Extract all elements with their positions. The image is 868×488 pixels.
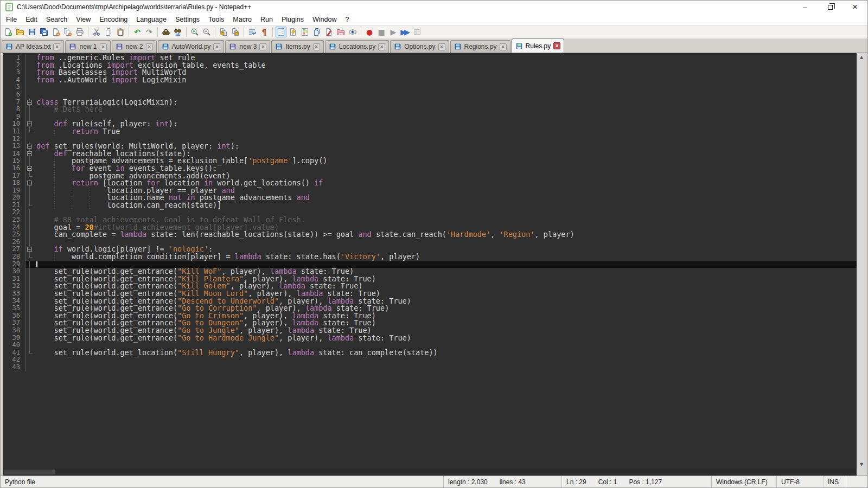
code-line-5[interactable]: 5 <box>3 84 857 91</box>
scroll-up-arrow-icon[interactable]: ▲ <box>860 53 863 61</box>
tab-ap-ideas-txt[interactable]: AP Ideas.txt× <box>2 40 64 53</box>
tab-close-icon[interactable]: × <box>378 43 385 50</box>
menu-settings[interactable]: Settings <box>171 15 204 24</box>
code-line-21[interactable]: 21 location.can_reach(state)] <box>3 202 857 209</box>
tab-regions-py[interactable]: Regions.py× <box>450 40 510 53</box>
macro-save-icon[interactable] <box>412 27 423 37</box>
tab-close-icon[interactable]: × <box>553 42 560 49</box>
tab-rules-py[interactable]: Rules.py× <box>512 38 565 53</box>
find-icon[interactable] <box>161 27 171 37</box>
close-button[interactable]: × <box>843 1 867 14</box>
cut-icon[interactable] <box>91 27 102 37</box>
tab-new-3[interactable]: new 3× <box>225 40 270 53</box>
macro-record-icon[interactable]: ● <box>364 27 375 37</box>
macro-play-icon[interactable]: ▶ <box>388 27 399 37</box>
code-line-42[interactable]: 42 <box>3 356 857 364</box>
print-icon[interactable] <box>74 27 85 37</box>
code-line-10[interactable]: 10 def rule(self, player: int): <box>3 120 857 128</box>
status-eol-format[interactable]: Windows (CR LF) <box>711 476 776 487</box>
replace-icon[interactable]: ab <box>173 27 183 37</box>
function-list-icon[interactable] <box>288 27 298 37</box>
menu-file[interactable]: File <box>2 15 21 24</box>
fold-box-marker[interactable] <box>25 99 35 106</box>
close-icon[interactable] <box>50 27 61 37</box>
line-number: 27 <box>3 246 25 253</box>
show-all-chars-icon[interactable]: ¶ <box>259 27 270 37</box>
sync-scroll-h-icon[interactable] <box>230 27 241 37</box>
code-line-4[interactable]: 4from ..AutoWorld import LogicMixin <box>3 76 857 84</box>
menu-help[interactable]: ? <box>341 15 353 24</box>
menu-tools[interactable]: Tools <box>204 15 228 24</box>
scroll-down-arrow-icon[interactable]: ▼ <box>860 460 863 468</box>
restore-button[interactable] <box>818 1 843 14</box>
macro-stop-icon[interactable]: ■ <box>376 27 387 37</box>
save-icon[interactable] <box>27 27 37 37</box>
save-all-icon[interactable] <box>39 27 49 37</box>
fold-box-marker[interactable] <box>25 165 35 172</box>
document-map-icon[interactable] <box>299 27 310 37</box>
code-line-43[interactable]: 43 <box>3 364 857 371</box>
menu-plugins[interactable]: Plugins <box>277 15 308 24</box>
redo-icon[interactable]: ↷ <box>144 27 155 37</box>
modified-doc-icon[interactable] <box>323 27 334 37</box>
file-monitor-icon[interactable] <box>347 27 358 37</box>
tab-close-icon[interactable]: × <box>438 43 445 50</box>
project-panel-icon[interactable] <box>335 27 346 37</box>
status-encoding[interactable]: UTF-8 <box>776 476 823 487</box>
indent-guide-icon[interactable] <box>276 27 286 37</box>
fold-box-marker[interactable] <box>25 150 35 158</box>
close-all-icon[interactable] <box>62 27 73 37</box>
tab-options-py[interactable]: Options.py× <box>390 40 449 53</box>
zoom-in-icon[interactable] <box>189 27 200 37</box>
fold-box-marker[interactable] <box>25 179 35 187</box>
menu-view[interactable]: View <box>72 15 95 24</box>
sync-scroll-v-icon[interactable] <box>218 27 229 37</box>
tab-new-1[interactable]: new 1× <box>65 40 110 53</box>
code-line-25[interactable]: 25 can_complete = lambda state: len(reac… <box>3 231 857 239</box>
tab-items-py[interactable]: Items.py× <box>271 40 323 53</box>
menu-encoding[interactable]: Encoding <box>95 15 132 24</box>
menu-search[interactable]: Search <box>42 15 72 24</box>
tab-new-2[interactable]: new 2× <box>112 40 157 53</box>
tab-close-icon[interactable]: × <box>213 43 220 50</box>
tab-close-icon[interactable]: × <box>313 43 320 50</box>
menu-edit[interactable]: Edit <box>21 15 42 24</box>
minimize-button[interactable]: – <box>793 1 818 14</box>
notepadpp-app-icon <box>5 3 14 11</box>
tab-close-icon[interactable]: × <box>53 43 60 50</box>
status-typing-mode[interactable]: INS <box>823 476 846 487</box>
menu-macro[interactable]: Macro <box>228 15 256 24</box>
code-line-39[interactable]: 39 set_rule(world.get_entrance("Go to Ha… <box>3 335 857 342</box>
undo-icon[interactable]: ↶ <box>132 27 143 37</box>
document-list-icon[interactable] <box>311 27 322 37</box>
tab-close-icon[interactable]: × <box>146 43 153 50</box>
copy-icon[interactable] <box>103 27 114 37</box>
horizontal-scrollbar[interactable] <box>3 468 857 476</box>
code-line-8[interactable]: 8 # Defs here <box>3 106 857 113</box>
fold-box-marker[interactable] <box>25 246 35 253</box>
code-editor[interactable]: 1from ..generic.Rules import set_rule2fr… <box>3 53 857 468</box>
menu-window[interactable]: Window <box>308 15 341 24</box>
code-line-41[interactable]: 41 set_rule(world.get_location("Still Hu… <box>3 349 857 357</box>
vertical-scrollbar[interactable]: ▲ ▼ <box>857 53 866 468</box>
word-wrap-icon[interactable] <box>247 27 258 37</box>
fold-box-marker[interactable] <box>25 120 35 128</box>
menu-run[interactable]: Run <box>256 15 277 24</box>
zoom-out-icon[interactable] <box>201 27 212 37</box>
tab-locations-py[interactable]: Locations.py× <box>325 40 389 53</box>
new-file-icon[interactable] <box>3 27 14 37</box>
tab-close-icon[interactable]: × <box>259 43 266 50</box>
line-number: 19 <box>3 187 25 195</box>
tab-close-icon[interactable]: × <box>500 43 507 50</box>
fold-box-marker[interactable] <box>25 143 35 150</box>
paste-icon[interactable] <box>115 27 126 37</box>
menu-language[interactable]: Language <box>132 15 171 24</box>
tab-autoworld-py[interactable]: AutoWorld.py× <box>158 40 225 53</box>
macro-run-multiple-icon[interactable]: ▶▶ <box>400 27 411 37</box>
horizontal-scroll-thumb[interactable] <box>4 470 55 474</box>
open-file-icon[interactable] <box>15 27 25 37</box>
code-line-11[interactable]: 11 return True <box>3 128 857 136</box>
code-line-7[interactable]: 7class TerrariaLogic(LogicMixin): <box>3 99 857 106</box>
code-line-28[interactable]: 28 world.completion_condition[player] = … <box>3 253 857 261</box>
tab-close-icon[interactable]: × <box>100 43 107 50</box>
